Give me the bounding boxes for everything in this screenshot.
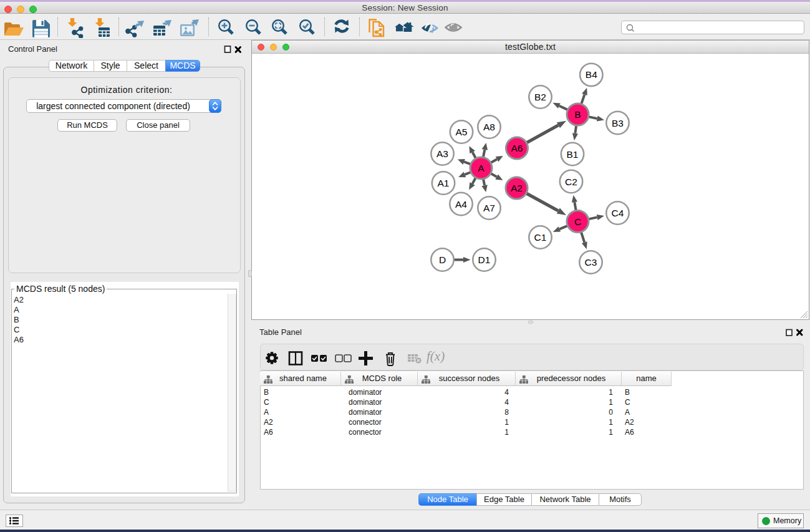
svg-text:C4: C4	[612, 208, 624, 218]
svg-text:A6: A6	[511, 143, 523, 153]
svg-text:C: C	[574, 216, 581, 227]
svg-text:A4: A4	[455, 199, 467, 210]
svg-text:B2: B2	[534, 92, 546, 102]
svg-text:A3: A3	[436, 148, 448, 159]
svg-text:C3: C3	[585, 257, 597, 268]
svg-text:D: D	[439, 254, 446, 265]
svg-text:A7: A7	[483, 203, 495, 213]
svg-text:A8: A8	[483, 122, 495, 132]
svg-text:B3: B3	[612, 118, 624, 128]
svg-text:A5: A5	[456, 127, 468, 137]
svg-text:A1: A1	[438, 178, 450, 188]
svg-text:A2: A2	[511, 183, 523, 193]
svg-text:D1: D1	[478, 254, 491, 265]
svg-text:C2: C2	[565, 177, 577, 187]
svg-text:C1: C1	[534, 232, 547, 243]
svg-text:B: B	[574, 109, 581, 120]
svg-text:A: A	[478, 163, 485, 173]
svg-text:B1: B1	[567, 149, 579, 160]
svg-text:B4: B4	[586, 69, 597, 80]
